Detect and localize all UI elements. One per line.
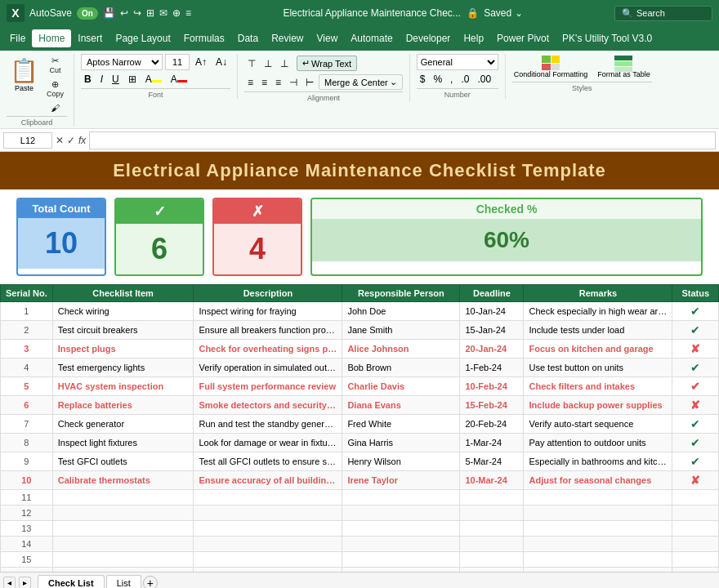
menu-automate[interactable]: Automate — [344, 29, 399, 47]
saved-label: Saved — [484, 7, 511, 19]
cell-item: Check wiring — [52, 302, 194, 321]
menu-data[interactable]: Data — [231, 29, 265, 47]
menu-pk-utility[interactable]: PK's Utility Tool V3.0 — [556, 29, 659, 47]
table-row[interactable]: 9 Test GFCI outlets Test all GFCI outlet… — [1, 452, 719, 471]
align-left-button[interactable]: ≡ — [244, 74, 257, 90]
formula-confirm-button[interactable]: ✓ — [67, 135, 75, 146]
search-box[interactable]: 🔍 Search — [614, 6, 712, 21]
search-label: Search — [636, 8, 665, 18]
border-button[interactable]: ⊞ — [125, 72, 140, 87]
formula-input[interactable] — [89, 131, 716, 149]
font-decrease-button[interactable]: A↓ — [212, 55, 230, 69]
toolbar-icon-more[interactable]: ≡ — [185, 7, 191, 19]
font-increase-button[interactable]: A↑ — [192, 55, 210, 69]
align-top-button[interactable]: ⊤ — [244, 54, 259, 73]
paste-button[interactable]: 📋 Paste — [7, 54, 42, 96]
menu-insert[interactable]: Insert — [71, 29, 109, 47]
increase-decimal-button[interactable]: .00 — [474, 72, 494, 87]
toolbar-icon-cursor[interactable]: ⊕ — [172, 7, 181, 19]
menu-help[interactable]: Help — [457, 29, 490, 47]
font-name-select[interactable]: Aptos Narrow — [81, 54, 163, 70]
menu-developer[interactable]: Developer — [400, 29, 458, 47]
table-row[interactable]: 1 Check wiring Inspect wiring for frayin… — [1, 302, 719, 321]
cell-reference[interactable]: L12 — [3, 132, 52, 149]
tab-nav-next[interactable]: ▸ — [19, 577, 31, 588]
tab-check-list[interactable]: Check List — [38, 575, 105, 589]
underline-button[interactable]: U — [109, 72, 123, 87]
cell-empty — [524, 568, 672, 572]
table-row-empty[interactable]: 14 — [1, 537, 719, 552]
toolbar-icon-email[interactable]: ✉ — [159, 7, 167, 19]
wrap-text-label: Wrap Text — [311, 59, 351, 69]
align-center-button[interactable]: ≡ — [258, 74, 270, 90]
align-bottom-button[interactable]: ⊥ — [277, 54, 292, 73]
table-row[interactable]: 7 Check generator Run and test the stand… — [1, 415, 719, 434]
table-row-empty[interactable]: 12 — [1, 506, 719, 521]
stats-row: Total Count 10 ✓ 6 ✗ 4 Checked % 60% — [0, 189, 719, 284]
table-row-empty[interactable]: 16 — [1, 568, 719, 572]
total-count-label: Total Count — [18, 199, 105, 218]
fill-color-button[interactable]: A — [142, 72, 165, 87]
align-row2: ≡ ≡ ≡ ⊣ ⊢ Merge & Center ⌄ — [244, 74, 403, 90]
font-label: Font — [81, 88, 230, 99]
toolbar-icon-redo[interactable]: ↪ — [133, 7, 141, 19]
align-middle-button[interactable]: ⊥ — [261, 54, 275, 73]
cell-item: Replace batteries — [52, 396, 194, 415]
table-row-empty[interactable]: 13 — [1, 521, 719, 537]
table-row[interactable]: 5 HVAC system inspection Full system per… — [1, 377, 719, 396]
menu-formulas[interactable]: Formulas — [177, 29, 231, 47]
table-row-empty[interactable]: 11 — [1, 490, 719, 506]
table-row[interactable]: 10 Calibrate thermostats Ensure accuracy… — [1, 471, 719, 490]
toolbar-icon-undo[interactable]: ↩ — [120, 7, 128, 19]
percent-button[interactable]: % — [430, 72, 445, 87]
toolbar-icon-grid[interactable]: ⊞ — [146, 7, 154, 19]
copy-button[interactable]: ⊕Copy — [43, 78, 67, 100]
table-wrapper[interactable]: Serial No. Checklist Item Description Re… — [0, 284, 719, 572]
wrap-text-button[interactable]: ↵ Wrap Text — [293, 54, 360, 73]
table-row-empty[interactable]: 15 — [1, 552, 719, 568]
styles-label: Styles — [512, 82, 652, 92]
toolbar-icon-save[interactable]: 💾 — [103, 7, 115, 19]
formula-cancel-button[interactable]: ✕ — [56, 135, 64, 146]
font-color-button[interactable]: A — [167, 72, 190, 87]
menu-file[interactable]: File — [3, 29, 32, 47]
comma-button[interactable]: , — [447, 72, 456, 87]
indent-right-button[interactable]: ⊢ — [302, 74, 317, 90]
formula-bar: L12 ✕ ✓ fx — [0, 129, 719, 152]
table-row[interactable]: 6 Replace batteries Smoke detectors and … — [1, 396, 719, 415]
decrease-decimal-button[interactable]: .0 — [458, 72, 472, 87]
format-as-table-button[interactable]: Format as Table — [596, 54, 651, 80]
menu-view[interactable]: View — [310, 29, 345, 47]
currency-button[interactable]: $ — [417, 72, 429, 87]
tab-nav-prev[interactable]: ◂ — [3, 577, 16, 588]
menu-power-pivot[interactable]: Power Pivot — [490, 29, 556, 47]
cell-empty — [460, 568, 524, 572]
cell-serial-empty: 16 — [1, 568, 53, 572]
cell-serial: 10 — [1, 471, 53, 490]
table-row[interactable]: 4 Test emergency lights Verify operation… — [1, 359, 719, 377]
bold-button[interactable]: B — [81, 72, 95, 87]
number-format-select[interactable]: General — [417, 54, 498, 70]
checked-icon: ✓ — [116, 199, 203, 224]
align-right-button[interactable]: ≡ — [272, 74, 284, 90]
table-row[interactable]: 2 Test circuit breakers Ensure all break… — [1, 321, 719, 340]
cut-button[interactable]: ✂Cut — [43, 54, 67, 76]
formula-fx-button[interactable]: fx — [78, 135, 86, 146]
cell-person: John Doe — [342, 302, 460, 321]
font-size-input[interactable] — [165, 54, 190, 70]
menu-page-layout[interactable]: Page Layout — [109, 29, 176, 47]
tab-list[interactable]: List — [106, 575, 141, 588]
italic-button[interactable]: I — [97, 72, 106, 87]
cell-description: Look for damage or wear in fixtures — [194, 434, 342, 452]
menu-home[interactable]: Home — [32, 29, 71, 47]
align-area: ⊤ ⊥ ⊥ ↵ Wrap Text ≡ ≡ ≡ ⊣ ⊢ Merge & Cent… — [244, 54, 403, 90]
format-painter-button[interactable]: 🖌 — [43, 101, 67, 114]
merge-center-button[interactable]: Merge & Center ⌄ — [319, 74, 403, 90]
conditional-formatting-button[interactable]: Conditional Formatting — [512, 54, 590, 80]
table-row[interactable]: 3 Inspect plugs Check for overheating si… — [1, 340, 719, 359]
indent-left-button[interactable]: ⊣ — [286, 74, 301, 90]
table-row[interactable]: 8 Inspect light fixtures Look for damage… — [1, 434, 719, 452]
menu-review[interactable]: Review — [265, 29, 310, 47]
add-tab-button[interactable]: + — [143, 576, 158, 589]
autosave-toggle[interactable]: On — [77, 7, 98, 20]
